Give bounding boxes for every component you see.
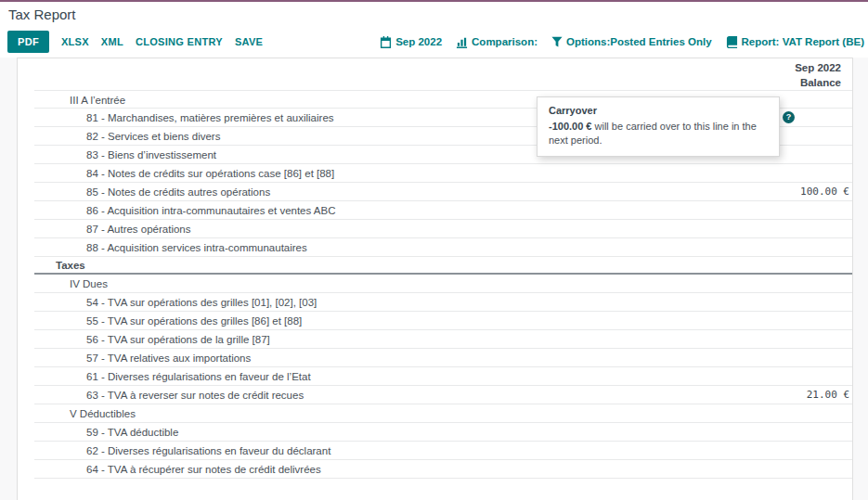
table-row[interactable]: 55 - TVA sur opérations des grilles [86]… [34,312,852,330]
tooltip-amount: -100.00 € [549,121,591,132]
row-label: 87 - Autres opérations [86,224,191,235]
carryover-tooltip: Carryover -100.00 € will be carried over… [537,96,780,157]
calendar-icon [380,36,392,48]
filter-funnel-icon [551,36,563,47]
tooltip-body: -100.00 € will be carried over to this l… [549,120,768,147]
row-label: 83 - Biens d’investissement [86,149,216,160]
row-label: 82 - Services et biens divers [86,131,220,142]
xlsx-button[interactable]: XLSX [61,36,89,47]
row-label: 86 - Acquisition intra-communautaires et… [86,205,335,216]
table-row[interactable]: 88 - Acquisition services intra-communau… [34,238,852,257]
table-row[interactable]: V Déductibles [34,404,852,423]
row-label: 63 - TVA à reverser sur notes de crédit … [86,390,304,401]
report-filter-label: Report: VAT Report (BE) [742,36,864,47]
tooltip-title: Carryover [549,104,768,118]
book-icon [726,36,738,48]
table-row[interactable]: 62 - Diverses régularisations en faveur … [34,442,852,460]
table-row[interactable]: 54 - TVA sur opérations des grilles [01]… [34,293,852,312]
row-label: Taxes [56,260,85,271]
window-top-border [0,0,868,2]
table-row[interactable]: IV Dues [34,275,852,293]
row-label: 85 - Notes de crédits autres opérations [86,186,270,198]
row-label: 84 - Notes de crédits sur opérations cas… [86,168,334,179]
page-title: Tax Report [8,6,76,22]
row-label: 54 - TVA sur opérations des grilles [01]… [86,297,317,308]
column-header: Sep 2022 Balance [18,58,852,90]
options-filter-label: Options:Posted Entries Only [566,36,712,47]
table-row[interactable]: 84 - Notes de crédits sur opérations cas… [34,164,852,183]
date-filter-label: Sep 2022 [395,36,442,47]
comparison-filter[interactable]: Comparison: [456,36,538,48]
row-label: 64 - TVA à récupérer sur notes de crédit… [86,464,321,475]
table-row[interactable]: 87 - Autres opérations [34,220,852,238]
row-label: 55 - TVA sur opérations des grilles [86]… [86,315,302,327]
table-row[interactable]: 57 - TVA relatives aux importations [34,349,852,367]
comparison-filter-label: Comparison: [472,36,538,47]
pdf-button[interactable]: PDF [7,31,49,53]
table-row[interactable]: 63 - TVA à reverser sur notes de crédit … [34,386,852,404]
bar-chart-icon [456,36,468,48]
table-row[interactable]: 64 - TVA à récupérer sur notes de crédit… [34,460,852,479]
table-row[interactable]: 86 - Acquisition intra-communautaires et… [34,201,852,220]
save-button[interactable]: SAVE [235,36,263,47]
help-icon[interactable]: ? [783,111,795,123]
row-label: 56 - TVA sur opérations de la grille [87… [86,334,270,345]
row-label: V Déductibles [70,408,136,419]
row-label: 88 - Acquisition services intra-communau… [86,242,307,253]
balance-cell[interactable]: 100.00 € [800,183,849,201]
table-row[interactable]: Taxes [34,257,852,275]
tax-report-page: Tax Report PDF XLSX XML CLOSING ENTRY SA… [0,0,868,500]
options-filter[interactable]: Options:Posted Entries Only [551,36,712,47]
date-filter[interactable]: Sep 2022 [380,36,442,48]
table-row[interactable]: 56 - TVA sur opérations de la grille [87… [34,330,852,349]
column-header-balance: Balance [18,75,841,90]
row-label: 59 - TVA déductible [86,427,178,438]
balance-cell[interactable]: 21.00 € [807,386,849,404]
report-toolbar: PDF XLSX XML CLOSING ENTRY SAVE [7,31,263,53]
row-label: 81 - Marchandises, matières premières et… [86,112,334,123]
row-label: 61 - Diverses régularisations en faveur … [86,371,311,382]
xml-button[interactable]: XML [101,36,123,47]
table-row[interactable]: 59 - TVA déductible [34,423,852,442]
table-row[interactable]: 61 - Diverses régularisations en faveur … [34,367,852,386]
row-label: IV Dues [70,278,108,289]
closing-entry-button[interactable]: CLOSING ENTRY [136,36,223,47]
column-header-period: Sep 2022 [18,60,841,75]
report-filter[interactable]: Report: VAT Report (BE) [726,36,864,48]
row-label: 62 - Diverses régularisations en faveur … [86,445,330,456]
table-row[interactable]: 85 - Notes de crédits autres opérations … [34,183,852,201]
filter-bar: Sep 2022 Comparison: Options:Posted Entr… [380,31,864,53]
row-label: 57 - TVA relatives aux importations [86,353,251,364]
row-label: III A l’entrée [70,95,125,106]
